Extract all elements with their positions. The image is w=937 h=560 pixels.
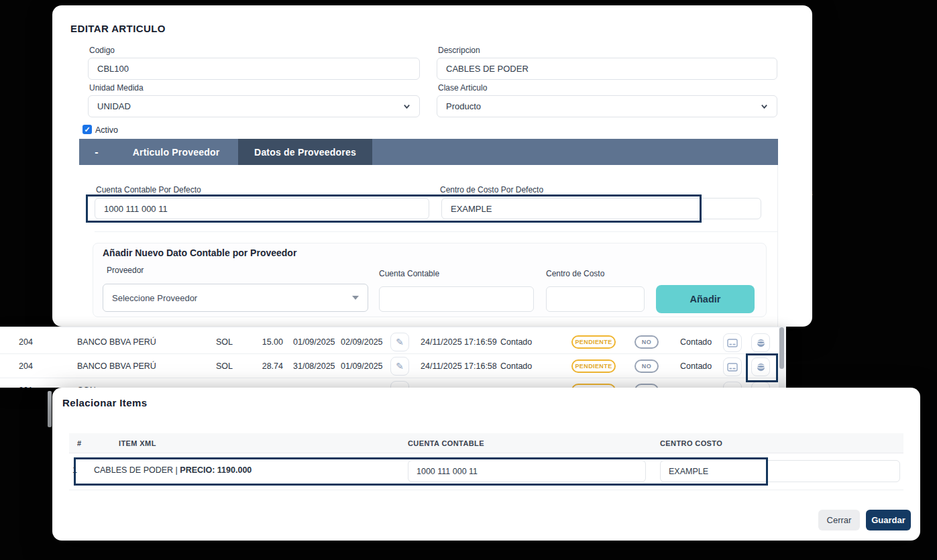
table-row: 204 BANCO BBVA PERÚ SOL 15.00 01/09/2025… [0,330,786,354]
row-created-datetime: 24/11/2025 17:16:59 [421,330,497,354]
database-button[interactable] [751,333,770,352]
row-payment-type: Contado [500,354,532,378]
row-currency: SOL [216,354,233,378]
database-button-highlight-box [746,353,778,382]
codigo-input[interactable] [88,58,420,80]
chevron-down-icon [403,103,410,110]
proveedor-select[interactable]: Seleccione Proveedor [103,284,368,312]
row-currency: SOL [216,330,233,354]
pencil-icon: ✎ [396,337,404,347]
collapse-button[interactable]: - [79,139,114,165]
clase-articulo-label: Clase Articulo [438,83,487,93]
row-payment-type: Contado [500,330,532,354]
descripcion-input[interactable] [437,58,777,80]
anadir-centro-label: Centro de Costo [546,269,604,278]
row-date-start: 01/09/2025 [293,330,335,354]
relacionar-items-modal: Relacionar Items # ITEM XML CUENTA CONTA… [52,388,920,541]
table-scrollbar-thumb[interactable] [779,327,784,369]
col-header-item-xml: ITEM XML [119,433,156,453]
unidad-medida-value: UNIDAD [97,101,403,111]
row-amount: 15.00 [250,330,283,354]
cerrar-button[interactable]: Cerrar [818,510,860,530]
row-amount: 28.74 [250,354,283,378]
chevron-down-icon [761,103,768,110]
editar-modal-title: EDITAR ARTICULO [70,23,166,34]
proveedor-placeholder: Seleccione Proveedor [112,293,352,303]
anadir-cuenta-input[interactable] [379,286,534,312]
cuenta-defecto-label: Cuenta Contable Por Defecto [96,185,201,194]
row-number: 204 [19,330,33,354]
card-button[interactable] [723,357,742,376]
unidad-medida-label: Unidad Medida [89,83,144,93]
activo-checkbox[interactable]: ✓ [82,125,92,134]
row-payment-type-2: Contado [680,354,712,378]
col-header-centro-costo: CENTRO COSTO [660,433,722,453]
editar-articulo-modal: EDITAR ARTICULO Codigo Descripcion Unida… [52,5,812,327]
clase-articulo-value: Producto [446,101,761,111]
database-button[interactable] [751,382,770,388]
content-divider-vertical [777,165,778,327]
background-scrollbar-fragment [48,391,52,427]
row-created-datetime: 24/11/2025 17:16:58 [421,354,497,378]
credit-card-icon [727,339,738,347]
status-badge-pendiente: PENDIENTE [571,359,616,373]
activo-label: Activo [95,125,118,135]
anadir-cuenta-label: Cuenta Contable [379,269,439,278]
relacionar-table-header: # ITEM XML CUENTA CONTABLE CENTRO COSTO [69,433,903,453]
row-bank-name: BANCO BBVA PERÚ [77,330,156,354]
proveedor-label: Proveedor [107,266,144,275]
row-date-end: 02/09/2025 [341,330,383,354]
status-badge-pendiente: PENDIENTE [571,335,616,349]
row-bank-name: BANCO BBVA PERÚ [77,354,156,378]
table-scrollbar[interactable] [779,327,785,388]
row-bank-name: CON [77,378,96,388]
tab-datos-de-proveedores[interactable]: Datos de Proveedores [238,139,372,165]
table-row: 204 BANCO BBVA PERÚ SOL 28.74 31/08/2025… [0,354,786,378]
row-date-end: 01/09/2025 [341,354,383,378]
content-divider-horizontal [95,231,777,232]
anadir-dato-contable-section: Añadir Nuevo Dato Contable por Proveedor… [93,243,767,317]
card-button[interactable] [723,382,742,388]
edit-button[interactable]: ✎ [390,333,409,351]
edit-button[interactable] [390,381,409,388]
flag-badge-no: NO [635,335,659,349]
row-number: 204 [19,354,33,378]
row-payment-type-2: Contado [680,330,712,354]
defaults-highlight-box [86,194,702,223]
credit-card-icon [727,363,738,372]
flag-badge-no: NO [635,359,659,373]
row-number: 201 [19,378,33,388]
anadir-button[interactable]: Añadir [656,285,755,313]
database-icon [756,338,766,348]
relacionar-modal-title: Relacionar Items [62,397,147,408]
background-table-strip: 204 BANCO BBVA PERÚ SOL 15.00 01/09/2025… [0,327,786,388]
codigo-label: Codigo [89,46,115,55]
guardar-button[interactable]: Guardar [866,510,911,530]
col-header-num: # [77,433,82,453]
row-date-start: 31/08/2025 [293,354,335,378]
table-row: 201 CON [0,378,786,388]
relacionar-row-divider [69,490,903,490]
col-header-cuenta-contable: CUENTA CONTABLE [408,433,484,453]
centro-defecto-label: Centro de Costo Por Defecto [440,185,543,194]
tab-articulo-proveedor[interactable]: Articulo Proveedor [114,139,238,165]
tab-bar: - Articulo Proveedor Datos de Proveedore… [79,139,778,165]
edit-button[interactable]: ✎ [390,357,409,376]
descripcion-label: Descripcion [438,46,480,55]
card-button[interactable] [723,333,742,352]
unidad-medida-select[interactable]: UNIDAD [88,95,420,117]
relacionar-row-highlight-box [74,457,768,486]
anadir-centro-input[interactable] [546,286,645,312]
clase-articulo-select[interactable]: Producto [437,95,777,117]
pencil-icon: ✎ [396,361,404,371]
caret-down-icon [352,296,359,300]
anadir-section-title: Añadir Nuevo Dato Contable por Proveedor [103,247,296,258]
